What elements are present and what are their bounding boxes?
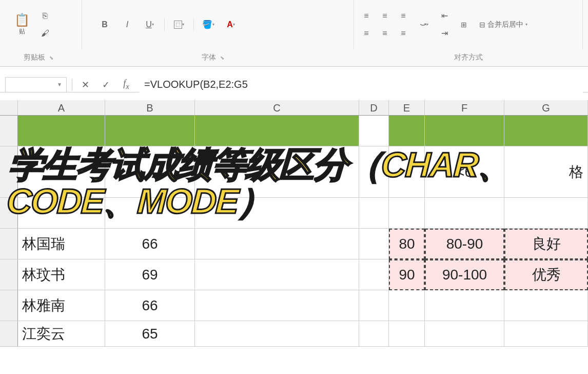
format-painter-button[interactable]: 🖌: [37, 25, 53, 42]
cell[interactable]: [359, 229, 389, 259]
underline-button[interactable]: U▾: [142, 16, 158, 33]
insert-function-button[interactable]: fx: [119, 77, 134, 92]
ribbon-group-labels: 剪贴板⬊ 字体⬊ 对齐方式: [0, 49, 588, 67]
clipboard-group: 📋 贴 ⎘ 🖌: [5, 0, 82, 49]
paste-button[interactable]: 📋 贴: [9, 9, 35, 40]
name-box-dropdown-icon[interactable]: ▼: [57, 82, 62, 87]
row-header[interactable]: [0, 116, 18, 146]
cell[interactable]: [359, 290, 389, 321]
merge-icon: ⊟: [479, 21, 485, 29]
lookup-row: 80 80-90 良好: [389, 229, 588, 259]
increase-indent-button[interactable]: ⇥: [436, 25, 453, 42]
cell[interactable]: [389, 116, 425, 146]
lookup-table-selection: 80 80-90 良好 90 90-100 优秀: [389, 229, 588, 290]
cell-name[interactable]: 林雅南: [18, 290, 105, 321]
clipboard-icon: 📋: [14, 13, 30, 27]
column-header-d[interactable]: D: [359, 100, 389, 115]
lookup-cell-range[interactable]: 80-90: [425, 229, 504, 259]
cell[interactable]: [425, 290, 504, 321]
enter-formula-button[interactable]: ✓: [98, 77, 113, 92]
row-header[interactable]: [0, 290, 18, 321]
column-header-c[interactable]: C: [195, 100, 359, 115]
row-header[interactable]: [0, 321, 18, 346]
ribbon-toolbar: 📋 贴 ⎘ 🖌 B I U▾ ▾ 🪣▾ A▾ ≡ ≡: [0, 0, 588, 49]
copy-button[interactable]: ⎘: [37, 8, 53, 24]
alignment-group-label: 对齐方式: [349, 49, 588, 66]
table-header-row: [0, 116, 588, 146]
lookup-row: 90 90-100 优秀: [389, 259, 588, 290]
clipboard-group-label: 剪贴板⬊: [0, 49, 77, 66]
align-left-button[interactable]: ≡: [358, 25, 375, 42]
cell[interactable]: [195, 259, 359, 290]
fill-color-button[interactable]: 🪣▾: [200, 16, 217, 33]
align-middle-button[interactable]: ≡: [377, 8, 393, 24]
cell[interactable]: [105, 116, 195, 146]
alignment-group: ≡ ≡ ≡ ≡ ≡ ≡ ⤻▾ ⇤ ⇥ ⊞ ⊟ 合并后居中 ▾: [354, 0, 583, 49]
bold-button[interactable]: B: [96, 16, 113, 33]
cell-name[interactable]: 林国瑞: [18, 229, 105, 259]
table-row: 林雅南 66: [0, 290, 588, 321]
column-header-a[interactable]: A: [18, 100, 105, 115]
paste-label: 贴: [19, 27, 25, 36]
formula-input[interactable]: [139, 77, 583, 92]
cell[interactable]: [389, 321, 425, 346]
cell[interactable]: [504, 116, 588, 146]
name-box[interactable]: ▼: [5, 77, 67, 92]
cell[interactable]: [359, 321, 389, 346]
cell-score[interactable]: 65: [105, 321, 195, 346]
clipboard-launcher-icon[interactable]: ⬊: [49, 55, 53, 61]
orientation-button[interactable]: ⤻▾: [416, 16, 432, 33]
decrease-indent-button[interactable]: ⇤: [436, 8, 453, 24]
cell[interactable]: [504, 290, 588, 321]
cancel-formula-button[interactable]: ✕: [77, 77, 93, 92]
column-header-e[interactable]: E: [389, 100, 425, 115]
cell-score[interactable]: 66: [105, 290, 195, 321]
cell[interactable]: [425, 321, 504, 346]
table-row: 江奕云 65: [0, 321, 588, 347]
borders-button[interactable]: ▾: [171, 16, 187, 33]
cell-name[interactable]: 江奕云: [18, 321, 105, 346]
lookup-cell-min[interactable]: 80: [389, 229, 425, 259]
lookup-cell-grade[interactable]: 良好: [504, 229, 588, 259]
align-right-button[interactable]: ≡: [395, 25, 411, 42]
font-group-label: 字体⬊: [77, 49, 349, 66]
font-color-button[interactable]: A▾: [223, 16, 239, 33]
cell[interactable]: [425, 116, 504, 146]
formula-bar: ▼ ✕ ✓ fx: [0, 67, 588, 92]
wrap-text-button[interactable]: ⊞: [457, 16, 471, 33]
lookup-cell-grade[interactable]: 优秀: [504, 259, 588, 290]
font-launcher-icon[interactable]: ⬊: [220, 55, 224, 61]
cell[interactable]: [359, 116, 389, 146]
cell[interactable]: [504, 321, 588, 346]
merge-center-button[interactable]: ⊟ 合并后居中 ▾: [475, 16, 532, 33]
row-header[interactable]: [0, 259, 18, 290]
video-overlay-title: 学生考试成绩等级区分（CHAR、CODE、MODE）: [6, 146, 587, 220]
align-bottom-button[interactable]: ≡: [395, 8, 411, 24]
row-header[interactable]: [0, 229, 18, 259]
lookup-cell-min[interactable]: 90: [389, 259, 425, 290]
cell[interactable]: [195, 116, 359, 146]
align-center-button[interactable]: ≡: [377, 25, 393, 42]
column-headers: A B C D E F G: [0, 100, 588, 116]
column-header-b[interactable]: B: [105, 100, 195, 115]
column-header-g[interactable]: G: [504, 100, 588, 115]
cell[interactable]: [389, 290, 425, 321]
cell[interactable]: [195, 290, 359, 321]
cell[interactable]: [195, 229, 359, 259]
cell[interactable]: [195, 321, 359, 346]
select-all-corner[interactable]: [0, 100, 18, 115]
italic-button[interactable]: I: [119, 16, 135, 33]
font-group: B I U▾ ▾ 🪣▾ A▾: [82, 0, 354, 49]
cell-score[interactable]: 66: [105, 229, 195, 259]
cell-name[interactable]: 林玟书: [18, 259, 105, 290]
cell-score[interactable]: 69: [105, 259, 195, 290]
cell[interactable]: [18, 116, 105, 146]
column-header-f[interactable]: F: [425, 100, 504, 115]
bucket-icon: 🪣: [202, 20, 212, 29]
align-top-button[interactable]: ≡: [358, 8, 375, 24]
cell[interactable]: [359, 259, 389, 290]
lookup-cell-range[interactable]: 90-100: [425, 259, 504, 290]
